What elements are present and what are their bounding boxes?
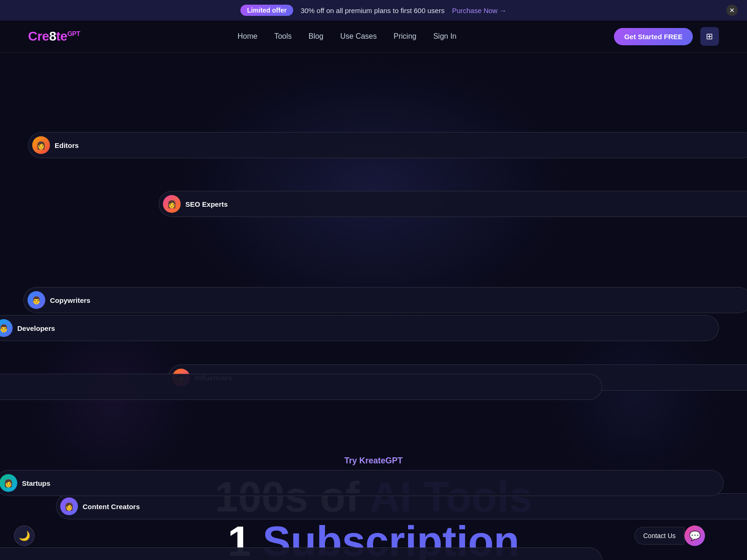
editors-avatar: 👩 [32,136,50,154]
copywriters-label: Copywriters [50,296,91,304]
pill-startups: 👩 Startups [0,470,724,496]
nav-links: Home Tools Blog Use Cases Pricing Sign I… [238,32,457,41]
logo[interactable]: Cre8teGPT [28,29,80,44]
pill-content-creators: 👩 Content Creators [56,493,747,519]
startups-avatar: 👩 [0,474,17,492]
nav-blog[interactable]: Blog [309,32,324,41]
banner-text: 30% off on all premium plans to first 60… [301,7,444,14]
copy-avatar: 👨 [28,291,45,309]
grid-menu-button[interactable]: ⊞ [700,27,719,46]
startups-label: Startups [22,479,50,487]
developers-avatar: 👨 [0,319,13,337]
nav-home[interactable]: Home [238,32,258,41]
navbar: Cre8teGPT Home Tools Blog Use Cases Pric… [0,21,747,53]
nav-actions: Get Started FREE ⊞ [614,27,719,46]
hero-subtitle: Try KreateGPT [9,456,738,466]
nav-use-cases[interactable]: Use Cases [340,32,377,41]
developers-label: Developers [17,324,55,332]
pill-novelists: 👩 Novelists [0,374,602,400]
nav-sign-in[interactable]: Sign In [433,32,457,41]
pill-seo-experts: 👩 SEO Experts [159,191,747,217]
editors-label: Editors [55,141,79,149]
pill-developers: 👨 Developers [0,315,719,341]
seo-avatar: 👩 [163,195,181,213]
nav-pricing[interactable]: Pricing [394,32,416,41]
pill-authors: 👨 Authors [0,547,602,560]
pill-copywriters: 👨 Copywriters [23,287,747,313]
announcement-banner: Limited offer 30% off on all premium pla… [0,0,747,21]
nav-tools[interactable]: Tools [274,32,291,41]
hero-section: 👩 Editors 👩 SEO Experts 👨 Copywriters 👩 … [0,53,747,560]
close-banner-button[interactable]: ✕ [726,5,738,16]
limited-offer-badge: Limited offer [240,5,293,16]
pill-editors: 👩 Editors [28,132,747,158]
get-started-button[interactable]: Get Started FREE [614,28,693,45]
content-creators-label: Content Creators [83,503,140,511]
content-creators-avatar: 👩 [60,497,78,515]
seo-label: SEO Experts [185,200,228,208]
purchase-now-link[interactable]: Purchase Now → [452,7,507,14]
